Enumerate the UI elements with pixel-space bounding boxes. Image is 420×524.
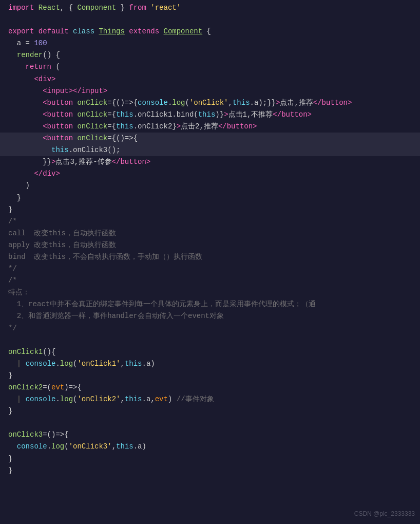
code-line-31: | console.log('onClick1',this.a) <box>0 358 420 370</box>
code-line-34: | console.log('onClick2',this.a,evt) //事… <box>0 394 420 405</box>
code-line-8: <input></input> <box>0 85 420 97</box>
code-line-13: this.onClick3(); <box>0 144 420 156</box>
code-line-30: onClick1(){ <box>0 346 420 358</box>
code-line-38: console.log('onClick3',this.a) <box>0 441 420 453</box>
code-line-22: bind 改变this，不会自动执行函数，手动加（）执行函数 <box>0 251 420 263</box>
code-line-12: <button onClick={()=>{ <box>0 133 420 144</box>
code-line-37: onClick3=()=>{ <box>0 429 420 441</box>
code-line-2 <box>0 14 420 26</box>
code-line-5: render() { <box>0 49 420 61</box>
code-line-39: } <box>0 453 420 465</box>
code-line-28: */ <box>0 323 420 334</box>
code-line-7: <div> <box>0 73 420 85</box>
code-line-20: call 改变this，自动执行函数 <box>0 228 420 239</box>
code-line-16: ) <box>0 180 420 192</box>
code-line-10: <button onClick={this.onClick1.bind(this… <box>0 109 420 121</box>
code-line-35: } <box>0 405 420 417</box>
code-line-19: /* <box>0 216 420 228</box>
code-line-40: } <box>0 465 420 477</box>
code-line-18: } <box>0 204 420 216</box>
code-line-32: } <box>0 370 420 382</box>
code-line-26: 1、react中并不会真正的绑定事件到每一个具体的元素身上，而是采用事件代理的模… <box>0 298 420 310</box>
code-line-3: export default class Things extends Comp… <box>0 26 420 38</box>
code-line-11: <button onClick={this.onClick2}>点击2,推荐</… <box>0 121 420 133</box>
code-line-33: onClick2=(evt)=>{ <box>0 382 420 394</box>
code-line-9: <button onClick={()=>{console.log('onCli… <box>0 97 420 109</box>
code-line-27: 2、和普通浏览器一样，事件handler会自动传入一个event对象 <box>0 310 420 322</box>
watermark: CSDN @plc_2333333 <box>354 509 415 519</box>
code-line-24: /* <box>0 275 420 287</box>
code-line-29 <box>0 334 420 346</box>
code-line-6: return ( <box>0 61 420 73</box>
code-line-4: a = 100 <box>0 38 420 49</box>
code-editor: import React, { Component } from 'react'… <box>0 0 420 524</box>
code-line-25: 特点： <box>0 287 420 298</box>
code-line-17: } <box>0 192 420 204</box>
code-line-1: import React, { Component } from 'react' <box>0 2 420 14</box>
code-line-23: */ <box>0 263 420 275</box>
code-line-14: }}>点击3,推荐-传参</button> <box>0 156 420 168</box>
code-line-15: </div> <box>0 168 420 180</box>
code-line-21: apply 改变this，自动执行函数 <box>0 239 420 251</box>
code-line-36 <box>0 417 420 429</box>
